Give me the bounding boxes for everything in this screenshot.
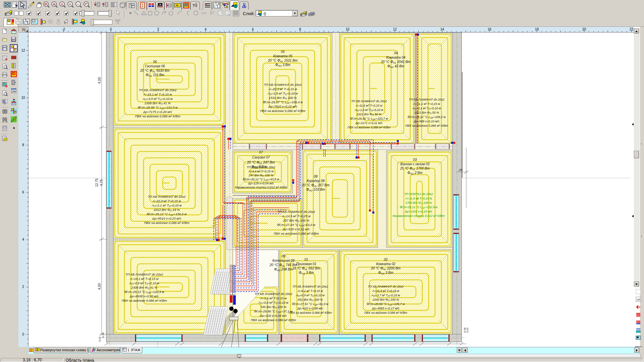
svg-text:Комната 02: Комната 02 — [376, 262, 395, 266]
svg-text:θF,m=28,36 °C LDF=103,7 м: θF,m=28,36 °C LDF=103,7 м — [350, 117, 388, 121]
svg-text:−: − — [77, 2, 79, 6]
svg-text:2308 Вт ΦП 41 %: 2308 Вт ΦП 41 % — [131, 286, 158, 290]
svg-text:θF,m=35,11 °C LDF=132,9 м: θF,m=35,11 °C LDF=132,9 м — [400, 205, 437, 209]
svg-text:257 Вт ΦП 100 %: 257 Вт ΦП 100 % — [283, 219, 310, 223]
svg-text:9,16: 9,16 — [102, 333, 105, 338]
svg-text:AП=3,9 м² TП=0,10 м: AП=3,9 м² TП=0,10 м — [142, 97, 173, 101]
svg-text:03: 03 — [413, 158, 417, 162]
svg-text:-2: -2 — [62, 27, 65, 31]
svg-text:ПВХ на войлоке 0,086 м²·К/Вт: ПВХ на войлоке 0,086 м²·К/Вт — [260, 109, 305, 113]
svg-text:ΦHG 3 Вт: ΦHG 3 Вт — [275, 63, 290, 67]
svg-text:AП=1,9 м² TП=0,10 м: AП=1,9 м² TП=0,10 м — [267, 92, 298, 96]
svg-text:ТП ПЛИТКА dn 20x2: ТП ПЛИТКА dn 20x2 — [247, 166, 275, 169]
svg-text:θF,m=28,87 °C LDF=158,4 м: θF,m=28,87 °C LDF=158,4 м — [263, 100, 303, 104]
svg-text:Δp=9516 v=0,23 м/с: Δp=9516 v=0,23 м/с — [152, 217, 181, 220]
svg-text:θF,m=28,98 °C LDF=152,9 м: θF,m=28,98 °C LDF=152,9 м — [138, 106, 178, 110]
svg-text:Δp=4965 v=0,17 м/с: Δp=4965 v=0,17 м/с — [372, 307, 399, 310]
svg-text:ΦHG 3 Вт: ΦHG 3 Вт — [299, 271, 314, 275]
svg-text:ПВХ на войлоке 0,086 м²·К/Вт: ПВХ на войлоке 0,086 м²·К/Вт — [135, 114, 180, 118]
svg-text:TEXT: TEXT — [210, 11, 215, 13]
svg-text:A=11,8 м² T=0,10 м: A=11,8 м² T=0,10 м — [405, 197, 432, 200]
svg-text:Δp=7175 v=0,20 м/с: Δp=7175 v=0,20 м/с — [143, 110, 172, 114]
svg-text:Δp=1343 v=0,10 м/с: Δp=1343 v=0,10 м/с — [405, 210, 432, 213]
svg-text:,25: ,25 — [458, 168, 463, 172]
svg-text:04: 04 — [394, 51, 398, 55]
svg-text:12,75: 12,75 — [95, 178, 99, 187]
svg-text:2200 Вт ΦП 100 %: 2200 Вт ΦП 100 % — [372, 298, 399, 302]
svg-text:08: 08 — [314, 175, 318, 178]
svg-text:10: 10 — [21, 96, 25, 100]
svg-text:Прихожая 01: Прихожая 01 — [296, 262, 316, 266]
svg-text:Δp=129 v=0,04 м/с: Δp=129 v=0,04 м/с — [248, 182, 274, 185]
svg-text:ПВХ на войлоке 0,086 м²·К/Вт: ПВХ на войлоке 0,086 м²·К/Вт — [121, 299, 167, 302]
svg-text:ТП КВ ЛАМИНАТ dn 20x2: ТП КВ ЛАМИНАТ dn 20x2 — [277, 210, 315, 214]
svg-text:01: 01 — [304, 258, 308, 261]
svg-text:1700 Вт ΦП 100 %: 1700 Вт ΦП 100 % — [405, 201, 432, 205]
svg-text:A=8,1 м² T=0,15 м: A=8,1 м² T=0,15 м — [298, 289, 323, 293]
svg-text:ΦHG 116 Вт: ΦHG 116 Вт — [146, 73, 164, 77]
svg-text:AП=1,0 м² TП=0,10 м: AП=1,0 м² TП=0,10 м — [354, 108, 383, 112]
svg-text:θF,m=29,96 °C LDF=37,1 м: θF,m=29,96 °C LDF=37,1 м — [254, 309, 292, 313]
svg-text:02: 02 — [384, 258, 388, 261]
svg-text:A=16,9 м² T=0,15 м: A=16,9 м² T=0,15 м — [372, 289, 399, 293]
svg-text:ТП КВ ЛАМИНАТ dn 20x2: ТП КВ ЛАМИНАТ dn 20x2 — [368, 285, 404, 288]
svg-text:2: 2 — [157, 27, 159, 31]
svg-text:TXT: TXT — [201, 12, 207, 15]
svg-text:1021 Вт ΦП 50 %: 1021 Вт ΦП 50 % — [414, 111, 439, 115]
svg-text:↶: ↶ — [85, 2, 88, 6]
svg-text:ТП КВ ЛАМИНАТ dn 20x2: ТП КВ ЛАМИНАТ dn 20x2 — [264, 83, 302, 86]
svg-text:Δp=7820 v=0,20 м/с: Δp=7820 v=0,20 м/с — [268, 105, 298, 108]
svg-text:ПВХ на войлоке 0,086 м²·К/Вт: ПВХ на войлоке 0,086 м²·К/Вт — [251, 318, 296, 322]
svg-text:θF,m=27,51 °C LDF=61,0 м: θF,m=27,51 °C LDF=61,0 м — [292, 302, 328, 306]
svg-text:10: 10 — [8, 20, 10, 22]
svg-text:ZM: ZM — [12, 90, 15, 93]
svg-text:A=3,6 м² T=0,10 м: A=3,6 м² T=0,10 м — [260, 296, 287, 300]
svg-text:л0: л0 — [637, 298, 640, 301]
svg-text:AП=0,6 м² TП=0,10 м: AП=0,6 м² TП=0,10 м — [258, 301, 288, 305]
svg-text:Ванная с окном 03: Ванная с окном 03 — [400, 162, 430, 166]
svg-text:Керамическая плитка 0,012 м²·К: Керамическая плитка 0,012 м²·К/Вт — [393, 214, 445, 218]
svg-text:6: 6 — [22, 190, 24, 194]
svg-text:Δp=410 v=0,08 м/с: Δp=410 v=0,08 м/с — [297, 307, 323, 310]
svg-text:1531 Вт ΦП 100 %: 1531 Вт ΦП 100 % — [269, 96, 297, 100]
svg-text:20: 20 — [582, 27, 586, 31]
svg-text:16: 16 — [488, 27, 492, 31]
svg-text:AП=3,1 м² TП=0,10 м: AП=3,1 м² TП=0,10 м — [412, 107, 441, 110]
svg-text:Котельная 09: Котельная 09 — [272, 259, 295, 262]
svg-text:θF,m=28,22 °C LDF=108,2 м: θF,m=28,22 °C LDF=108,2 м — [408, 115, 446, 119]
svg-text:4: 4 — [22, 238, 24, 241]
svg-text:12: 12 — [21, 49, 25, 52]
svg-text:0,15: 0,15 — [466, 327, 469, 333]
svg-text:ΦHG 3 Вт: ΦHG 3 Вт — [378, 271, 393, 275]
svg-text:Δp=998 v=0,10 м/с: Δp=998 v=0,10 м/с — [414, 120, 440, 123]
svg-text:A→B: A→B — [2, 121, 7, 123]
svg-text:ТП КВ ЛАМИНАТ dn 20x2: ТП КВ ЛАМИНАТ dn 20x2 — [125, 273, 163, 276]
svg-text:θF,m=28,90 °C LDF=135,7 м: θF,m=28,90 °C LDF=135,7 м — [367, 302, 405, 306]
svg-text:Гостиная 06: Гостиная 06 — [145, 64, 165, 68]
svg-text:3D: 3D — [121, 6, 124, 9]
svg-text:A=22,0 м² T=0,15 м: A=22,0 м² T=0,15 м — [152, 199, 181, 203]
svg-text:Санузел 07: Санузел 07 — [252, 156, 270, 159]
svg-text:18: 18 — [535, 27, 539, 31]
svg-text:⟳: ⟳ — [45, 2, 48, 6]
svg-text:A=11,6 м² T=0,15 м: A=11,6 м² T=0,15 м — [355, 104, 382, 107]
svg-text:6: 6 — [252, 27, 254, 31]
svg-text:Комната 04: Комната 04 — [386, 56, 405, 59]
svg-text:Керамическая плитка 0,012 м²·К: Керамическая плитка 0,012 м²·К/Вт — [235, 186, 287, 189]
svg-text:12: 12 — [393, 27, 397, 31]
svg-text:A=14,5 м² T=0,25 м: A=14,5 м² T=0,25 м — [282, 214, 311, 218]
svg-text:05: 05 — [281, 50, 285, 54]
svg-text:Δp=6938 v=0,20 м/с: Δp=6938 v=0,20 м/с — [129, 294, 159, 298]
svg-text:4,75: 4,75 — [100, 179, 103, 186]
svg-text:ТП ПЛИТКА dn 20x2: ТП ПЛИТКА dn 20x2 — [405, 192, 433, 196]
svg-text:ПВХ на войлоке 0,086 м²·К/Вт: ПВХ на войлоке 0,086 м²·К/Вт — [347, 126, 391, 129]
svg-text:ТП КВ ЛАМИНАТ dn 20x2: ТП КВ ЛАМИНАТ dn 20x2 — [292, 285, 328, 288]
svg-text:ТП КВ ЛАМИНАТ dn 20x2: ТП КВ ЛАМИНАТ dn 20x2 — [409, 98, 444, 101]
svg-text:8: 8 — [22, 143, 24, 147]
svg-text:Δp=1171 v=0,11 м/с: Δp=1171 v=0,11 м/с — [355, 121, 383, 125]
svg-text:2308 Вт ΦП 41 %: 2308 Вт ΦП 41 % — [144, 101, 171, 105]
svg-text:4: 4 — [205, 27, 207, 31]
svg-text:A=19,1 м² T=0,15 м: A=19,1 м² T=0,15 м — [130, 277, 159, 281]
svg-text:ПВХ на войлоке 0,086 м²·К/Вт: ПВХ на войлоке 0,086 м²·К/Вт — [144, 221, 189, 225]
svg-text:1013 Вт ΦП 18 %: 1013 Вт ΦП 18 % — [154, 208, 180, 212]
